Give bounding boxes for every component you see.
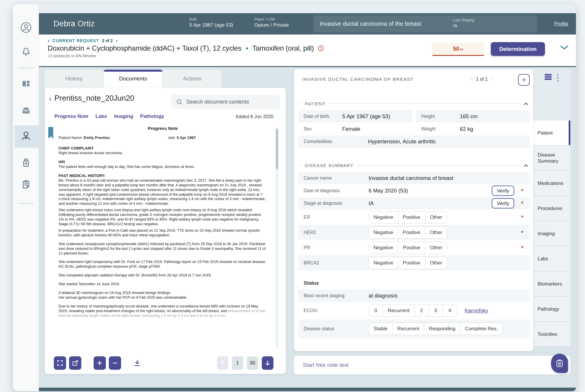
current-page[interactable]: 1 xyxy=(232,356,243,370)
option-positive[interactable]: Positive xyxy=(398,242,425,254)
side-tab-labs[interactable]: Labs xyxy=(533,246,570,271)
section-label: PATIENT xyxy=(305,101,326,106)
ecog-4[interactable]: 4 xyxy=(443,305,457,317)
note-dob-value: 5 Apr 1967 xyxy=(177,135,196,140)
medications-bottle-icon[interactable] xyxy=(13,157,39,168)
side-tab-medications[interactable]: Medications xyxy=(533,171,570,196)
fullscreen-button[interactable] xyxy=(54,356,66,370)
status-stable[interactable]: Stable xyxy=(369,323,392,335)
document-search[interactable] xyxy=(171,95,280,109)
bookmark-icon[interactable] xyxy=(48,127,53,139)
menu-icon[interactable] xyxy=(544,74,552,80)
option-positive[interactable]: Positive xyxy=(398,227,425,238)
option-negative[interactable]: Negative xyxy=(369,242,398,254)
category-labs[interactable]: Labs xyxy=(95,114,107,119)
field-label: Height xyxy=(421,114,460,119)
note-button[interactable] xyxy=(551,354,568,373)
ecog-recurrent[interactable]: Recurrent xyxy=(383,305,414,317)
expand-chevron-icon[interactable] xyxy=(560,45,568,50)
ecog-3[interactable]: 3 xyxy=(429,305,443,317)
verify-date-button[interactable]: Verify xyxy=(492,186,514,196)
section-heading: PAST MEDICAL HISTORY: xyxy=(58,173,267,178)
side-tab-toxicities[interactable]: Toxicities xyxy=(533,322,570,347)
field-label: Most recent staging xyxy=(304,293,369,298)
status-recurrent[interactable]: Recurrent xyxy=(392,323,424,335)
warning-icon[interactable] xyxy=(318,45,324,51)
required-marker: * xyxy=(521,214,524,221)
status-complete-res[interactable]: Complete Res. xyxy=(460,323,503,335)
kebab-icon[interactable] xyxy=(556,74,559,82)
category-imaging[interactable]: Imaging xyxy=(114,114,133,119)
next-request-chevron-icon[interactable]: › xyxy=(116,38,117,43)
brca2-row: BRCA2 Negative Positive Other xyxy=(298,255,529,270)
ecog-0[interactable]: 0 xyxy=(369,305,383,317)
window-bottom-bar xyxy=(39,388,576,391)
verify-stage-button[interactable]: Verify xyxy=(492,198,514,209)
search-input[interactable] xyxy=(186,99,274,105)
notes-clipboard-icon[interactable] xyxy=(13,179,39,190)
document-tabs: History Documents Actions xyxy=(45,70,221,88)
option-positive[interactable]: Positive xyxy=(398,257,425,269)
ecog-2[interactable]: 2 xyxy=(414,305,428,317)
case-prev-chevron-icon[interactable]: ‹ xyxy=(471,76,472,82)
tab-documents[interactable]: Documents xyxy=(104,70,162,88)
dashboard-icon[interactable] xyxy=(13,79,39,88)
section-paragraph: She completed adjuvant radiation therapy… xyxy=(58,273,267,278)
option-negative[interactable]: Negative xyxy=(369,227,398,238)
side-tab-procedures[interactable]: Procedures xyxy=(533,196,570,221)
collapse-disease-chevron-icon[interactable] xyxy=(524,164,528,167)
section-paragraph: Due to her history of mammographically o… xyxy=(58,304,267,318)
side-tab-biomarkers[interactable]: Biomarkers xyxy=(533,271,570,297)
patient-icon[interactable] xyxy=(13,130,39,142)
side-tab-disease-summary[interactable]: Disease Summary xyxy=(533,146,570,171)
side-tab-patient[interactable]: Patient xyxy=(533,121,570,146)
option-other[interactable]: Other xyxy=(425,257,447,269)
side-tab-pathology[interactable]: Pathology xyxy=(533,297,570,322)
side-tab-label: Toxicities xyxy=(538,331,557,337)
option-negative[interactable]: Negative xyxy=(369,212,398,223)
sidebar-divider xyxy=(18,203,34,204)
prev-request-chevron-icon[interactable]: ‹ xyxy=(48,38,49,43)
zoom-out-button[interactable] xyxy=(109,356,121,370)
account-icon[interactable] xyxy=(13,22,39,33)
profile-link[interactable]: Profile xyxy=(554,13,568,35)
determination-button[interactable]: Determination xyxy=(491,42,545,56)
option-positive[interactable]: Positive xyxy=(398,212,425,223)
document-scrollbar[interactable] xyxy=(276,128,278,348)
karnofsky-link[interactable]: Karnofsky xyxy=(465,308,488,314)
back-chevron-icon[interactable]: ‹ xyxy=(49,95,51,103)
field-label: Stage at diagnosis xyxy=(304,201,369,206)
last-staging-label: Last Staging xyxy=(453,18,474,22)
option-other[interactable]: Other xyxy=(425,227,447,238)
side-tab-label: Biomarkers xyxy=(538,281,562,287)
add-case-button[interactable]: + xyxy=(518,74,530,86)
option-other[interactable]: Other xyxy=(425,242,447,254)
side-tab-label: Imaging xyxy=(538,231,555,237)
side-tab-label: Patient xyxy=(538,130,553,136)
option-other[interactable]: Other xyxy=(425,212,447,223)
open-external-button[interactable] xyxy=(69,356,81,370)
document-title: Prentiss_note_20Jun20 xyxy=(54,94,134,103)
patient-row: Sex Female xyxy=(298,123,412,135)
page-down-button[interactable] xyxy=(262,356,273,370)
option-negative[interactable]: Negative xyxy=(369,257,398,269)
tab-history[interactable]: History xyxy=(45,70,103,88)
rail-header xyxy=(533,69,570,121)
tab-actions[interactable]: Actions xyxy=(163,70,221,88)
notifications-bell-icon[interactable] xyxy=(13,46,39,57)
free-note-input[interactable] xyxy=(303,362,507,368)
collapse-patient-chevron-icon[interactable] xyxy=(524,102,528,105)
status-responding[interactable]: Responding xyxy=(424,323,460,335)
category-progress-note[interactable]: Progress Note xyxy=(54,114,88,119)
zoom-in-button[interactable] xyxy=(94,356,106,370)
page-up-button[interactable] xyxy=(217,356,228,370)
side-tab-imaging[interactable]: Imaging xyxy=(533,221,570,246)
scrollbar-thumb[interactable] xyxy=(276,129,278,169)
section-paragraph: She underwent right breast mass core bio… xyxy=(58,208,267,227)
her2-options: Negative Positive Other xyxy=(369,226,447,239)
download-button[interactable] xyxy=(132,356,142,370)
category-pathology[interactable]: Pathology xyxy=(140,114,164,119)
inbox-icon[interactable] xyxy=(13,105,39,116)
case-next-chevron-icon[interactable]: › xyxy=(491,76,493,82)
free-note-bar[interactable] xyxy=(294,356,570,374)
